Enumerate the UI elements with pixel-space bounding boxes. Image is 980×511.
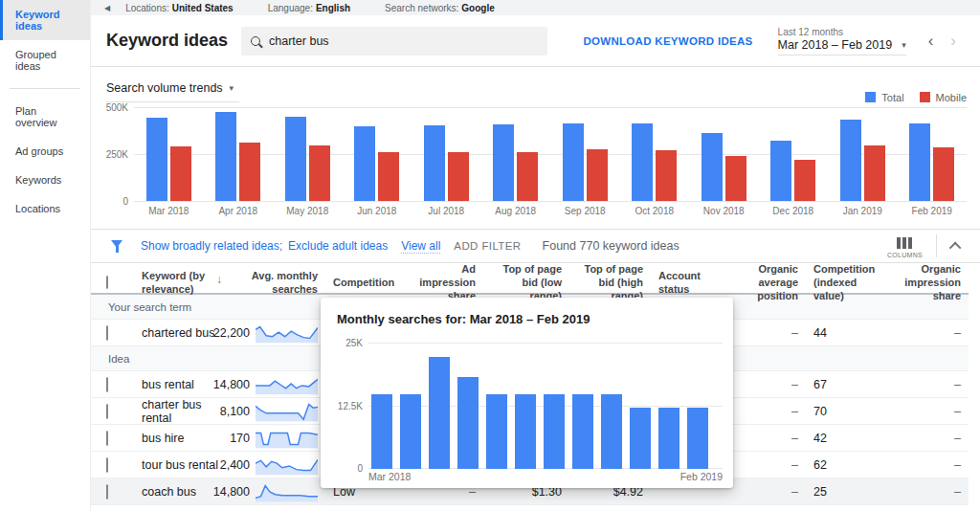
search-input[interactable] — [269, 34, 538, 48]
organic-avg-position-cell: – — [737, 458, 806, 472]
sidebar: Keyword ideasGrouped ideas Plan overview… — [0, 0, 91, 511]
legend-swatch — [920, 92, 930, 102]
mobile-bar — [448, 152, 469, 201]
found-count-text: Found 770 keyword ideas — [543, 239, 679, 253]
month-group: May 2018 — [285, 107, 330, 218]
y-axis-tick: 12.5K — [338, 401, 363, 411]
sparkline-chart[interactable] — [256, 455, 318, 476]
legend-item-total: Total — [865, 92, 903, 103]
chart-legend: TotalMobile — [865, 92, 967, 103]
legend-swatch — [865, 92, 876, 102]
bar-pair — [493, 107, 538, 201]
mobile-bar — [309, 145, 330, 201]
avg-value: 170 — [230, 432, 250, 445]
checkbox-cell — [91, 326, 134, 340]
month-label: May 2018 — [286, 206, 328, 216]
avg-monthly-searches-cell: 14,800 — [230, 374, 325, 395]
columns-button[interactable]: COLUMNS — [887, 234, 923, 258]
sparkline-chart[interactable] — [256, 428, 318, 449]
sidebar-item-locations[interactable]: Locations — [0, 194, 90, 223]
competition-indexed-cell: 25 — [806, 485, 888, 499]
setting-locations[interactable]: Locations:United States — [125, 3, 234, 13]
organic-impression-share-cell: – — [888, 378, 969, 391]
x-axis-end-label: Feb 2019 — [680, 471, 723, 482]
column-header-0 — [91, 277, 134, 290]
filter-broadly-related-link[interactable]: Show broadly related ideas; — [141, 239, 282, 253]
setting-language[interactable]: Language:English — [268, 3, 350, 13]
popup-bar — [429, 357, 450, 469]
sidebar-item-keywords[interactable]: Keywords — [0, 166, 90, 194]
x-axis-start-label: Mar 2018 — [368, 471, 411, 482]
bar-pair — [702, 107, 746, 201]
competition-indexed-cell: 42 — [806, 432, 888, 445]
page-title: Keyword ideas — [106, 31, 228, 51]
columns-icon — [897, 237, 912, 249]
column-header-1: Keyword (by relevance)↓ — [134, 270, 230, 297]
row-checkbox[interactable] — [106, 404, 108, 419]
date-range-selector[interactable]: Last 12 months Mar 2018 – Feb 2019 ▾ — [778, 27, 906, 56]
month-group: Nov 2018 — [702, 107, 746, 218]
organic-avg-position-cell: – — [737, 432, 806, 445]
collapse-table-icon[interactable] — [949, 241, 962, 254]
setting-value: English — [316, 3, 350, 13]
chevron-down-icon[interactable]: ▾ — [902, 40, 906, 50]
y-axis-tick: 250K — [106, 149, 128, 160]
setting-search-networks[interactable]: Search networks:Google — [385, 3, 495, 13]
row-checkbox[interactable] — [106, 484, 108, 500]
checkbox-cell — [91, 485, 134, 499]
monthly-searches-popup: Monthly searches for: Mar 2018 – Feb 201… — [321, 298, 733, 488]
bar-pair — [770, 107, 815, 201]
total-bar — [493, 124, 514, 201]
month-label: Jul 2018 — [428, 206, 464, 216]
total-bar — [909, 123, 930, 201]
sidebar-item-ad-groups[interactable]: Ad groups — [0, 137, 90, 166]
mobile-bar — [656, 150, 677, 201]
avg-value: 22,200 — [213, 326, 250, 340]
organic-avg-position-cell: – — [737, 485, 806, 499]
y-axis-tick: 500K — [106, 102, 128, 113]
filter-icon[interactable] — [111, 240, 123, 253]
sidebar-item-plan-overview[interactable]: Plan overview — [0, 97, 90, 137]
sort-descending-icon[interactable]: ↓ — [216, 273, 222, 287]
filter-exclude-adult-link[interactable]: Exclude adult ideas — [288, 239, 388, 253]
row-checkbox[interactable] — [106, 325, 108, 341]
row-checkbox[interactable] — [106, 431, 108, 446]
trends-title-dropdown[interactable]: Search volume trends ▾ — [106, 81, 239, 102]
organic-impression-share-cell: – — [888, 405, 969, 418]
prev-period-button[interactable]: ‹ — [920, 32, 943, 51]
column-header-2: Avg. monthly searches — [230, 270, 325, 297]
bar-pair — [354, 107, 399, 201]
row-checkbox[interactable] — [106, 377, 108, 392]
column-header-9: Competition (indexed value) — [806, 263, 888, 302]
sparkline-chart[interactable] — [256, 374, 318, 395]
setting-value: United States — [172, 3, 234, 13]
next-period-button[interactable]: › — [942, 32, 965, 51]
sparkline-chart[interactable] — [256, 322, 318, 344]
select-all-checkbox[interactable] — [106, 276, 108, 289]
total-bar — [770, 141, 791, 201]
search-icon — [251, 36, 260, 46]
add-filter-button[interactable]: ADD FILTER — [454, 240, 521, 252]
view-all-link[interactable]: View all — [401, 239, 440, 254]
checkbox-cell — [91, 378, 134, 391]
bar-pair — [909, 107, 954, 201]
sparkline-chart[interactable] — [256, 401, 318, 422]
month-label: Feb 2019 — [912, 206, 952, 216]
row-checkbox[interactable] — [106, 457, 108, 473]
avg-monthly-searches-cell: 8,100 — [230, 401, 325, 422]
keyword-searchbox[interactable] — [241, 27, 547, 56]
avg-value: 2,400 — [220, 458, 250, 472]
sidebar-item-keyword-ideas[interactable]: Keyword ideas — [0, 0, 90, 40]
trends-chart-plot: 500K 250K 0 Mar 2018Apr 2018May 2018Jun … — [134, 107, 967, 201]
month-group: Apr 2018 — [215, 107, 260, 218]
keyword-cell: charter bus rental — [134, 398, 230, 425]
collapse-panel-icon[interactable]: ◀ — [104, 4, 110, 12]
sidebar-item-grouped-ideas[interactable]: Grouped ideas — [0, 40, 90, 80]
competition-indexed-cell: 44 — [806, 326, 888, 340]
month-label: Jun 2018 — [357, 206, 396, 216]
month-group: Oct 2018 — [632, 107, 677, 218]
month-label: Oct 2018 — [635, 206, 674, 216]
download-keyword-ideas-button[interactable]: DOWNLOAD KEYWORD IDEAS — [583, 35, 752, 47]
sparkline-chart[interactable] — [256, 481, 318, 502]
date-range-value: Mar 2018 – Feb 2019 — [778, 38, 893, 52]
